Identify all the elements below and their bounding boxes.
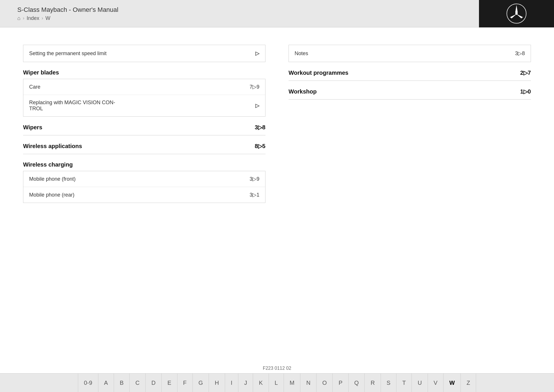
entry-mobile-rear[interactable]: Mobile phone (rear) 3▷1 [23,187,265,203]
alpha-g[interactable]: G [193,374,209,392]
breadcrumb-sep-1: › [23,16,24,21]
entry-mobile-rear-page: 3▷1 [250,192,259,198]
entry-replacing-label: Replacing with MAGIC VISION CON­TROL [29,100,116,112]
alpha-a[interactable]: A [98,374,114,392]
entry-speed-limit-page: ▷ [255,50,259,57]
section-wireless-charging: Wireless charging [23,156,265,171]
wireless-apps-page: 8▷5 [255,143,265,150]
alpha-09[interactable]: 0-9 [78,374,98,392]
section-wireless-applications[interactable]: Wireless applications 8▷5 [23,137,265,152]
entry-mobile-rear-label: Mobile phone (rear) [29,192,74,198]
entry-mobile-front[interactable]: Mobile phone (front) 3▷9 [23,171,265,187]
breadcrumb: ⌂ › Index › W [17,15,118,21]
section-wiper-blades: Wiper blades [23,64,265,79]
section-wipers[interactable]: Wipers 3▷8 [23,118,265,134]
alpha-v[interactable]: V [428,374,443,392]
alpha-r[interactable]: R [365,374,381,392]
wireless-charging-entries: Mobile phone (front) 3▷9 Mobile phone (r… [23,171,265,203]
alpha-b[interactable]: B [114,374,130,392]
alpha-e[interactable]: E [162,374,177,392]
svg-point-4 [515,12,518,15]
entry-mobile-front-label: Mobile phone (front) [29,176,76,182]
divider-2 [23,154,265,154]
wireless-apps-label: Wireless applications [23,143,82,150]
alpha-h[interactable]: H [209,374,225,392]
main-content: Setting the permanent speed limit ▷ Wipe… [0,27,554,363]
index-columns: Setting the permanent speed limit ▷ Wipe… [23,45,531,204]
svg-marker-3 [510,14,516,18]
alpha-k[interactable]: K [253,374,269,392]
entry-care-page: 7▷9 [250,84,259,90]
breadcrumb-index[interactable]: Index [27,15,39,21]
entry-care-label: Care [29,84,40,90]
manual-title: S-Class Maybach - Owner's Manual [17,6,118,14]
alpha-f[interactable]: F [177,374,193,392]
alpha-t[interactable]: T [396,374,412,392]
workshop-label: Workshop [289,88,317,95]
divider-4 [289,99,531,100]
alpha-i[interactable]: I [225,374,239,392]
wipers-page: 3▷8 [255,124,265,131]
alpha-m[interactable]: M [284,374,301,392]
footer-code: F223 0112 02 [0,363,554,373]
entry-notes-label: Notes [295,51,308,57]
home-icon[interactable]: ⌂ [17,15,20,21]
alpha-w[interactable]: W [443,374,461,392]
section-workout[interactable]: Workout programmes 2▷7 [289,64,531,79]
entry-replacing-page: ▷ [255,102,259,109]
alpha-l[interactable]: L [269,374,284,392]
wiper-blades-entries: Care 7▷9 Replacing with MAGIC VISION CON… [23,79,265,117]
alpha-d[interactable]: D [146,374,162,392]
alpha-o[interactable]: O [317,374,333,392]
alpha-c[interactable]: C [130,374,145,392]
page-header: S-Class Maybach - Owner's Manual ⌂ › Ind… [0,0,554,27]
svg-marker-2 [516,14,523,18]
entry-speed-limit-label: Setting the permanent speed limit [29,51,106,57]
alpha-p[interactable]: P [333,374,348,392]
alpha-s[interactable]: S [381,374,396,392]
entry-replacing[interactable]: Replacing with MAGIC VISION CON­TROL ▷ [23,95,265,116]
breadcrumb-sep-2: › [42,16,43,21]
breadcrumb-w[interactable]: W [46,15,50,21]
alphabet-bar: 0-9 A B C D E F G H I J K L M N O P Q R … [0,373,554,392]
workout-page: 2▷7 [520,69,531,76]
entry-notes[interactable]: Notes 3▷8 [289,45,531,62]
section-workshop[interactable]: Workshop 1▷0 [289,82,531,98]
workshop-page: 1▷0 [520,88,531,95]
alpha-u[interactable]: U [412,374,428,392]
alpha-j[interactable]: J [238,374,253,392]
right-column: Notes 3▷8 Workout programmes 2▷7 Worksho… [289,45,531,204]
star-icon [506,3,527,24]
entry-care[interactable]: Care 7▷9 [23,79,265,95]
entry-mobile-front-page: 3▷9 [250,176,259,182]
header-left: S-Class Maybach - Owner's Manual ⌂ › Ind… [17,6,118,21]
mercedes-logo [479,0,554,27]
wipers-label: Wipers [23,124,42,131]
alpha-z[interactable]: Z [461,374,476,392]
alpha-q[interactable]: Q [349,374,365,392]
entry-notes-page: 3▷8 [515,50,525,57]
divider-3 [289,81,531,81]
divider-1 [23,135,265,135]
workout-label: Workout programmes [289,70,348,76]
left-column: Setting the permanent speed limit ▷ Wipe… [23,45,265,204]
alpha-n[interactable]: N [300,374,316,392]
entry-speed-limit[interactable]: Setting the permanent speed limit ▷ [23,45,265,62]
